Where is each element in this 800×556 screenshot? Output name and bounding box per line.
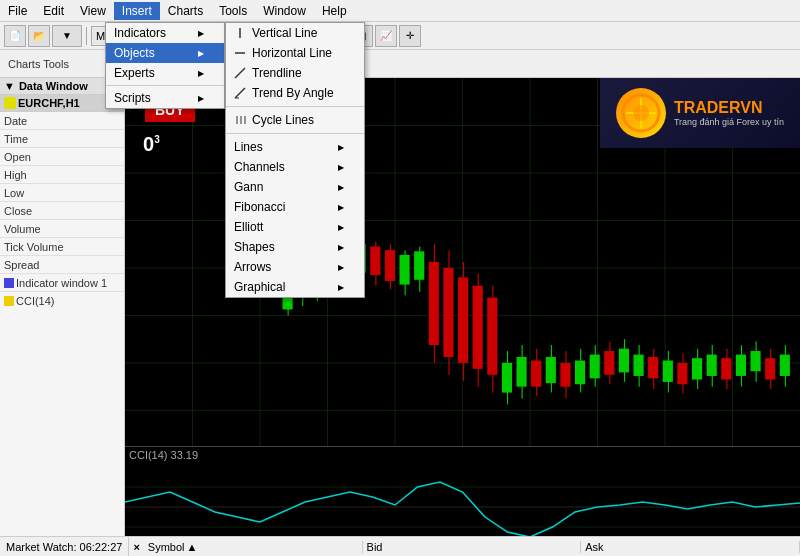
menubar: File Edit View Insert Charts Tools Windo… xyxy=(0,0,800,22)
svg-rect-53 xyxy=(531,361,541,387)
gann-arrow: ▶ xyxy=(338,183,344,192)
shapes-item[interactable]: Shapes ▶ xyxy=(226,237,364,257)
statusbar: Market Watch: 06:22:27 × Symbol ▲ Bid As… xyxy=(0,536,800,556)
menu-indicators[interactable]: Indicators ▶ xyxy=(106,23,224,43)
menu-tools[interactable]: Tools xyxy=(211,2,255,20)
svg-rect-37 xyxy=(414,251,424,279)
indicators-arrow: ▶ xyxy=(198,29,204,38)
symbol-text: EURCHF,H1 xyxy=(18,97,80,109)
spread-label: Spread xyxy=(0,259,80,271)
spread-row: Spread xyxy=(0,256,124,274)
obj-sep2 xyxy=(226,133,364,134)
lines-item[interactable]: Lines ▶ xyxy=(226,137,364,157)
svg-rect-77 xyxy=(707,355,717,376)
menu-objects[interactable]: Objects ▶ xyxy=(106,43,224,63)
shapes-arrow: ▶ xyxy=(338,243,344,252)
svg-rect-47 xyxy=(487,298,497,375)
menu-insert[interactable]: Insert xyxy=(114,2,160,20)
svg-rect-61 xyxy=(590,355,600,379)
svg-rect-83 xyxy=(751,351,761,371)
svg-line-93 xyxy=(235,68,245,78)
trendangle-item[interactable]: Trend By Angle xyxy=(226,83,364,103)
trendline-icon xyxy=(234,67,246,79)
data-window-collapse[interactable]: ▼ xyxy=(4,80,15,92)
graphical-label: Graphical xyxy=(234,280,285,294)
trendline-label: Trendline xyxy=(252,66,302,80)
channels-item[interactable]: Channels ▶ xyxy=(226,157,364,177)
trendangle-icon xyxy=(234,87,246,99)
cci-row: CCI(14) xyxy=(0,292,124,310)
close-label: Close xyxy=(0,205,80,217)
indicator-icon xyxy=(4,278,14,288)
indicator-window-text: Indicator window 1 xyxy=(16,277,107,289)
svg-point-1 xyxy=(633,105,649,121)
svg-rect-59 xyxy=(575,361,585,385)
close-row: Close xyxy=(0,202,124,220)
menu-file[interactable]: File xyxy=(0,2,35,20)
template-btn[interactable]: ▼ xyxy=(52,25,82,47)
data-window: ▼ Data Window EURCHF,H1 Date Time Open H… xyxy=(0,78,125,556)
fibonacci-arrow: ▶ xyxy=(338,203,344,212)
arrows-arrow: ▶ xyxy=(338,263,344,272)
main-layout: ▼ Data Window EURCHF,H1 Date Time Open H… xyxy=(0,78,800,556)
statusbar-columns: Symbol ▲ Bid Ask xyxy=(144,541,800,553)
sep1 xyxy=(86,27,87,45)
svg-rect-63 xyxy=(604,351,614,375)
logo-title: TRADERVN xyxy=(674,99,784,117)
svg-rect-69 xyxy=(648,357,658,378)
hline-item[interactable]: Horizontal Line xyxy=(226,43,364,63)
cyclelines-item[interactable]: Cycle Lines xyxy=(226,110,364,130)
bid-label: Bid xyxy=(367,541,383,553)
experts-arrow: ▶ xyxy=(198,69,204,78)
vline-item[interactable]: Vertical Line xyxy=(226,23,364,43)
svg-rect-55 xyxy=(546,357,556,383)
objects-arrow: ▶ xyxy=(198,49,204,58)
line-chart-btn[interactable]: 📈 xyxy=(375,25,397,47)
new-chart-btn[interactable]: 📄 xyxy=(4,25,26,47)
price-display: 03 xyxy=(143,133,160,156)
menu-help[interactable]: Help xyxy=(314,2,355,20)
svg-rect-87 xyxy=(780,355,790,376)
channels-label: Channels xyxy=(234,160,285,174)
menu-charts[interactable]: Charts xyxy=(160,2,211,20)
indicator-window-row: Indicator window 1 xyxy=(0,274,124,292)
menu-window[interactable]: Window xyxy=(255,2,314,20)
elliott-item[interactable]: Elliott ▶ xyxy=(226,217,364,237)
scripts-arrow: ▶ xyxy=(198,94,204,103)
svg-rect-31 xyxy=(370,247,380,275)
market-watch-close[interactable]: × xyxy=(129,541,143,553)
graphical-arrow: ▶ xyxy=(338,283,344,292)
elliott-arrow: ▶ xyxy=(338,223,344,232)
svg-rect-45 xyxy=(473,286,483,369)
svg-rect-43 xyxy=(458,277,468,362)
open-btn[interactable]: 📂 xyxy=(28,25,50,47)
sort-icon[interactable]: ▲ xyxy=(187,541,198,553)
menu-experts[interactable]: Experts ▶ xyxy=(106,63,224,83)
svg-rect-51 xyxy=(517,357,527,387)
cci-indicator-label: CCI(14) 33.19 xyxy=(129,449,198,461)
svg-rect-73 xyxy=(677,363,687,384)
menu-edit[interactable]: Edit xyxy=(35,2,72,20)
low-row: Low xyxy=(0,184,124,202)
cci-icon xyxy=(4,296,14,306)
tick-volume-label: Tick Volume xyxy=(0,241,80,253)
hline-icon xyxy=(234,47,246,59)
bid-col: Bid xyxy=(363,541,582,553)
volume-label: Volume xyxy=(0,223,80,235)
arrows-item[interactable]: Arrows ▶ xyxy=(226,257,364,277)
insert-menu: Indicators ▶ Objects ▶ Experts ▶ Scripts… xyxy=(105,22,225,109)
menu-view[interactable]: View xyxy=(72,2,114,20)
svg-rect-65 xyxy=(619,349,629,373)
scripts-label: Scripts xyxy=(114,91,151,105)
fibonacci-item[interactable]: Fibonacci ▶ xyxy=(226,197,364,217)
gann-item[interactable]: Gann ▶ xyxy=(226,177,364,197)
svg-rect-67 xyxy=(634,355,644,376)
elliott-label: Elliott xyxy=(234,220,263,234)
menu-scripts[interactable]: Scripts ▶ xyxy=(106,88,224,108)
trendline-item[interactable]: Trendline xyxy=(226,63,364,83)
date-row: Date xyxy=(0,112,124,130)
crosshair-btn[interactable]: ✛ xyxy=(399,25,421,47)
data-window-title-text: Data Window xyxy=(19,80,88,92)
channels-arrow: ▶ xyxy=(338,163,344,172)
graphical-item[interactable]: Graphical ▶ xyxy=(226,277,364,297)
